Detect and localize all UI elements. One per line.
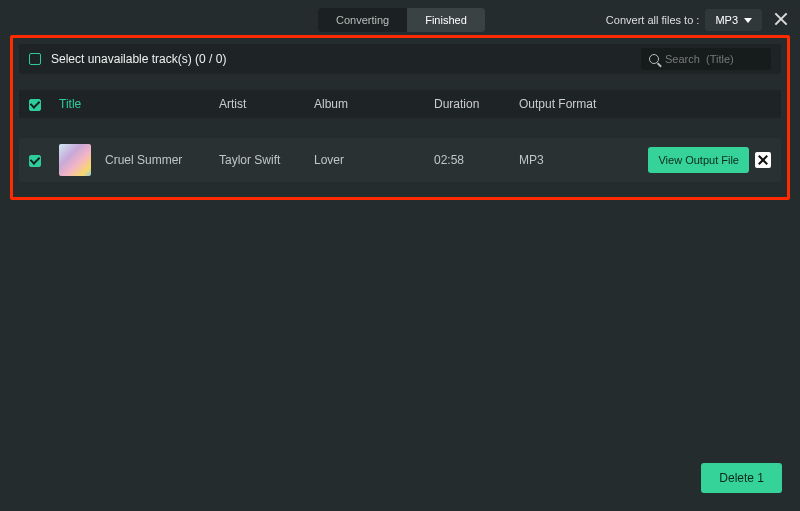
tab-converting[interactable]: Converting	[318, 8, 407, 32]
column-duration: Duration	[434, 97, 519, 111]
cell-format: MP3	[519, 153, 639, 167]
finished-panel-highlight: Select unavailable track(s) (0 / 0) Titl…	[10, 35, 790, 200]
tab-finished[interactable]: Finished	[407, 8, 485, 32]
delete-button[interactable]: Delete 1	[701, 463, 782, 493]
convert-all-label: Convert all files to :	[606, 14, 700, 26]
cell-artist: Taylor Swift	[219, 153, 314, 167]
cell-duration: 02:58	[434, 153, 519, 167]
search-icon	[649, 54, 659, 64]
remove-row-icon[interactable]	[755, 152, 771, 168]
table-header: Title Artist Album Duration Output Forma…	[19, 90, 781, 118]
search-input[interactable]	[665, 53, 755, 65]
column-output-format: Output Format	[519, 97, 639, 111]
chevron-down-icon	[744, 18, 752, 23]
select-unavailable-label: Select unavailable track(s) (0 / 0)	[51, 52, 226, 66]
column-title[interactable]: Title	[59, 97, 219, 111]
convert-all-block: Convert all files to : MP3	[606, 8, 762, 32]
tab-switch: Converting Finished	[318, 8, 485, 32]
cell-album: Lover	[314, 153, 434, 167]
select-unavailable-row: Select unavailable track(s) (0 / 0)	[19, 44, 781, 74]
convert-format-value: MP3	[715, 14, 738, 26]
column-artist: Artist	[219, 97, 314, 111]
search-box[interactable]	[641, 48, 771, 70]
row-checkbox[interactable]	[29, 155, 41, 167]
close-icon[interactable]	[772, 10, 790, 28]
table-row: Cruel Summer Taylor Swift Lover 02:58 MP…	[19, 138, 781, 182]
view-output-file-button[interactable]: View Output File	[648, 147, 749, 173]
select-unavailable-checkbox[interactable]	[29, 53, 41, 65]
convert-format-select[interactable]: MP3	[705, 9, 762, 31]
cell-title: Cruel Summer	[105, 153, 219, 167]
column-album: Album	[314, 97, 434, 111]
album-art-thumbnail	[59, 144, 91, 176]
select-all-checkbox[interactable]	[29, 99, 41, 111]
top-bar: Converting Finished Convert all files to…	[0, 0, 800, 40]
